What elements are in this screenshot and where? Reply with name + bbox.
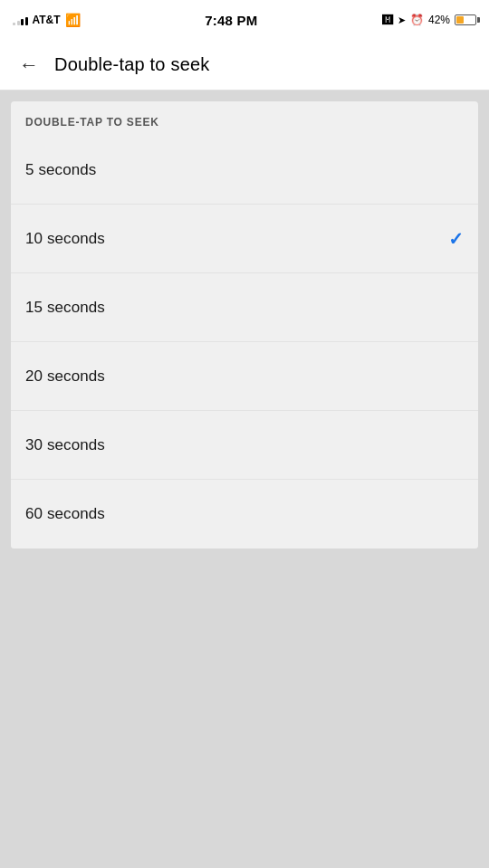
header: ← Double-tap to seek [0,40,489,91]
battery-icon [455,14,476,25]
option-label-30s: 30 seconds [25,436,105,454]
settings-card: DOUBLE-TAP TO SEEK 5 seconds10 seconds✓1… [11,101,478,548]
navigation-icon: ➤ [398,14,406,26]
option-label-5s: 5 seconds [25,161,96,179]
location-icon: 🅼 [382,14,393,26]
carrier-label: AT&T [33,14,61,26]
battery-percent: 42% [428,14,450,26]
battery-fill [456,16,464,24]
back-button[interactable]: ← [14,51,43,80]
options-list: 5 seconds10 seconds✓15 seconds20 seconds… [11,136,478,548]
alarm-icon: ⏰ [410,14,424,26]
status-time: 7:48 PM [205,13,257,28]
option-label-20s: 20 seconds [25,367,105,386]
option-label-15s: 15 seconds [25,299,105,317]
option-item-30s[interactable]: 30 seconds [11,411,478,480]
back-arrow-icon: ← [19,55,39,75]
status-right: 🅼 ➤ ⏰ 42% [382,14,476,26]
signal-bar-4 [25,17,28,25]
option-item-15s[interactable]: 15 seconds [11,273,478,342]
option-item-10s[interactable]: 10 seconds✓ [11,205,478,273]
status-left: AT&T 📶 [13,13,81,27]
signal-bars [13,14,28,25]
signal-bar-1 [13,23,15,25]
option-item-20s[interactable]: 20 seconds [11,342,478,411]
section-heading: DOUBLE-TAP TO SEEK [11,101,478,136]
status-bar: AT&T 📶 7:48 PM 🅼 ➤ ⏰ 42% [0,0,489,40]
option-item-60s[interactable]: 60 seconds [11,480,478,548]
main-content: DOUBLE-TAP TO SEEK 5 seconds10 seconds✓1… [0,91,489,559]
option-label-60s: 60 seconds [25,505,105,523]
signal-bar-2 [17,21,20,25]
wifi-icon: 📶 [65,13,81,27]
checkmark-icon-10s: ✓ [448,228,464,250]
option-label-10s: 10 seconds [25,230,105,248]
page-title: Double-tap to seek [54,54,209,75]
signal-bar-3 [21,19,24,25]
option-item-5s[interactable]: 5 seconds [11,136,478,205]
